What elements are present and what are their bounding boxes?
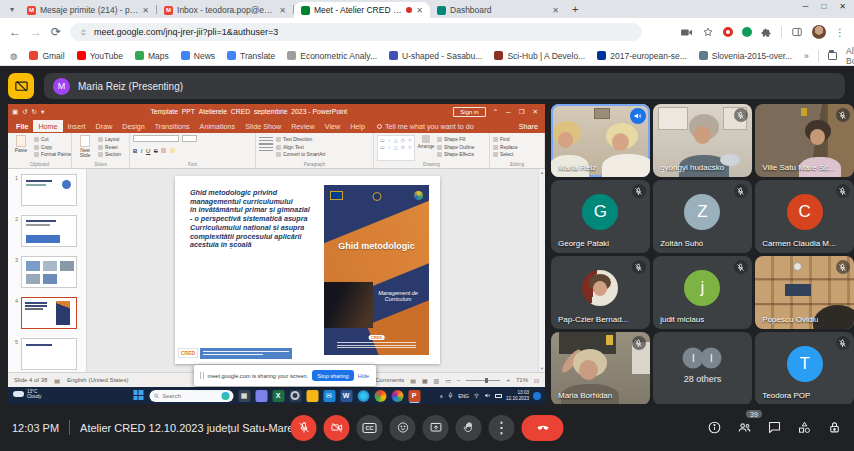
- ppt-share-button[interactable]: Share: [519, 122, 542, 131]
- tab-close-icon[interactable]: ✕: [279, 6, 286, 15]
- forward-icon[interactable]: →: [30, 25, 42, 39]
- taskbar-search[interactable]: [149, 390, 233, 402]
- extension-green-icon[interactable]: [742, 27, 752, 37]
- list-buttons[interactable]: [259, 135, 273, 161]
- highlight-button[interactable]: [170, 148, 175, 153]
- zoom-level[interactable]: 71%: [516, 377, 528, 383]
- text-direction-button[interactable]: Text Direction: [276, 137, 325, 142]
- site-info-icon[interactable]: [79, 28, 88, 37]
- side-panel-icon[interactable]: [791, 26, 803, 38]
- stop-sharing-button[interactable]: Stop sharing: [312, 370, 353, 381]
- activities-button[interactable]: [797, 420, 812, 435]
- slide-thumbnail-panel[interactable]: 1 2 3 4 5: [8, 169, 87, 372]
- zoom-out-icon[interactable]: −: [457, 377, 461, 383]
- taskbar-weather[interactable]: 13°CCloudy: [13, 389, 41, 400]
- bookmark-european[interactable]: 2017-european-se...: [597, 51, 687, 61]
- reset-button[interactable]: Reset: [98, 145, 121, 150]
- current-slide-canvas[interactable]: Ghid metodologic privind managementul cu…: [175, 176, 440, 364]
- excel-icon[interactable]: X: [272, 390, 284, 402]
- fit-slide-icon[interactable]: ⊡: [534, 377, 539, 384]
- bookmark-star-icon[interactable]: [702, 26, 714, 38]
- file-explorer-icon[interactable]: [306, 390, 318, 402]
- leave-call-button[interactable]: [522, 415, 564, 441]
- editor-scrollbar[interactable]: ▲▼: [538, 169, 545, 372]
- tile-maria-reiz[interactable]: Maria Reiz: [551, 104, 650, 177]
- shared-screen-presentation[interactable]: ▣ ↺ ↻ ▾ Template_PPT_Atelierele_CRED_sep…: [8, 104, 545, 404]
- more-options-button[interactable]: ⋮: [489, 415, 515, 441]
- start-button[interactable]: [133, 390, 144, 401]
- zoom-slider[interactable]: [466, 380, 500, 381]
- slide-thumbnail-1[interactable]: 1: [12, 174, 83, 206]
- language-switcher[interactable]: ENG: [458, 393, 469, 399]
- tab-gmail-inbox[interactable]: M Inbox - teodora.pop@educred ✕: [157, 2, 293, 18]
- bookmark-gmail[interactable]: Gmail: [29, 51, 64, 61]
- mail-icon[interactable]: ✉: [323, 390, 335, 402]
- undo-icon[interactable]: ↺: [22, 108, 27, 116]
- tile-viile-satu-mare[interactable]: Viile Satu Mare Sc...: [755, 104, 854, 177]
- comments-button[interactable]: Comments: [375, 377, 404, 383]
- strikethrough-button[interactable]: S: [154, 148, 158, 154]
- underline-button[interactable]: U: [146, 148, 150, 154]
- teams-icon[interactable]: [255, 390, 267, 402]
- ppt-tab-transitions[interactable]: Transitions: [150, 120, 195, 132]
- view-slideshow-icon[interactable]: ▭: [445, 377, 451, 384]
- taskbar-search-input[interactable]: [162, 393, 208, 399]
- maximize-icon[interactable]: □: [821, 2, 826, 11]
- bookmark-scihub[interactable]: Sci-Hub | A Develo...: [494, 51, 585, 61]
- ppt-tab-design[interactable]: Design: [117, 120, 149, 132]
- chrome-icon[interactable]: [374, 390, 386, 402]
- slide-thumbnail-5[interactable]: 5: [12, 338, 83, 370]
- tile-gyongyi-hudacsko[interactable]: gyongyi hudacsko: [653, 104, 752, 177]
- presenter-bar[interactable]: M Maria Reiz (Presenting): [44, 73, 845, 99]
- apps-globe-icon[interactable]: ◍: [10, 51, 17, 61]
- ppt-tab-file[interactable]: File: [11, 120, 33, 132]
- italic-button[interactable]: I: [141, 148, 143, 154]
- shape-fill-button[interactable]: Shape Fill: [437, 137, 474, 142]
- slide-thumbnail-2[interactable]: 2: [12, 215, 83, 247]
- tile-george-pataki[interactable]: G George Pataki: [551, 180, 650, 253]
- language-indicator[interactable]: English (United States): [67, 377, 128, 383]
- ppt-tab-slideshow[interactable]: Slide Show: [240, 120, 286, 132]
- present-button[interactable]: [423, 415, 449, 441]
- shape-effects-button[interactable]: Shape Effects: [437, 152, 474, 157]
- minimize-icon[interactable]: ─: [803, 2, 809, 11]
- smartart-button[interactable]: Convert to SmartArt: [276, 152, 325, 157]
- tab-search-chevron-icon[interactable]: ▾: [10, 5, 14, 14]
- powerpoint-taskbar-icon[interactable]: P: [408, 390, 420, 402]
- ppt-close-icon[interactable]: ✕: [533, 108, 538, 116]
- profile-avatar[interactable]: [812, 25, 826, 39]
- select-button[interactable]: Select: [493, 152, 518, 157]
- bookmark-econometric[interactable]: Econometric Analy...: [287, 51, 377, 61]
- book-cover-image[interactable]: Ghid metodologic Management de Curriculu…: [324, 185, 429, 355]
- slide-thumbnail-3[interactable]: 3: [12, 256, 83, 288]
- camera-toggle-button[interactable]: [324, 415, 350, 441]
- ppt-tab-draw[interactable]: Draw: [91, 120, 118, 132]
- tab-close-icon[interactable]: ✕: [416, 6, 423, 15]
- qat-dropdown-icon[interactable]: ▾: [41, 108, 44, 116]
- volume-icon[interactable]: [484, 392, 491, 399]
- ppt-tab-animations[interactable]: Animations: [195, 120, 241, 132]
- copy-button[interactable]: Copy: [34, 145, 72, 150]
- ppt-tab-view[interactable]: View: [320, 120, 345, 132]
- tab-dashboard[interactable]: Dashboard ✕: [430, 2, 566, 18]
- notification-badge-icon[interactable]: [533, 392, 541, 400]
- chat-button[interactable]: [767, 420, 782, 435]
- edge-icon[interactable]: [357, 390, 369, 402]
- presentation-warning-chip[interactable]: [8, 73, 34, 99]
- photos-icon[interactable]: [391, 390, 403, 402]
- host-controls-button[interactable]: [827, 420, 842, 435]
- tab-meet-active[interactable]: Meet - Atelier CRED 12.10.2 ✕: [294, 2, 430, 18]
- tile-popescu-ovidiu[interactable]: Popescu Ovidiu: [755, 256, 854, 329]
- drag-handle-icon[interactable]: [200, 372, 204, 379]
- tile-zoltan-suho[interactable]: Z Zoltán Suhó: [653, 180, 752, 253]
- slide-thumbnail-4-selected[interactable]: 4: [12, 297, 83, 329]
- tile-maria-borhidan[interactable]: Maria Borhidan: [551, 332, 650, 405]
- redo-icon[interactable]: ↻: [32, 108, 37, 116]
- tile-others[interactable]: I I 28 others: [653, 332, 752, 405]
- settings-icon[interactable]: [289, 390, 301, 402]
- wifi-icon[interactable]: [473, 392, 480, 399]
- tile-teodora-pop[interactable]: T Teodora POP: [755, 332, 854, 405]
- participants-button[interactable]: 39: [737, 420, 752, 435]
- captions-button[interactable]: CC: [357, 415, 383, 441]
- tab-close-icon[interactable]: ✕: [142, 6, 149, 15]
